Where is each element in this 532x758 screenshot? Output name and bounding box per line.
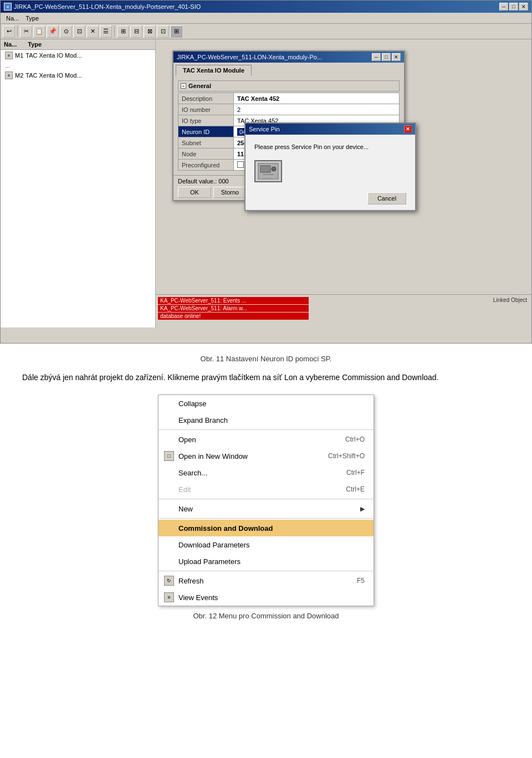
close-button[interactable]: ✕ (519, 3, 528, 11)
prop-label-preconfigured: Preconfigured (178, 160, 234, 171)
status-item-events: KA_PC-WebServer_511: Events ... (158, 297, 309, 304)
cm-open-new-window-label: Open in New Window (178, 452, 248, 460)
status-right: Linked Object (311, 295, 531, 327)
cm-open[interactable]: Open Ctrl+O (158, 431, 374, 448)
default-value-text: Default value.: 000 (178, 178, 229, 185)
storno-button[interactable]: Storno (213, 187, 247, 198)
tree-item-m1[interactable]: ≡ M1 TAC Xenta IO Mod... (1, 50, 155, 61)
cm-upload-parameters-label: Upload Parameters (178, 557, 241, 566)
inner-min-button[interactable]: ─ (372, 53, 381, 61)
service-pin-cancel-button[interactable]: Cancel (367, 192, 406, 204)
service-pin-image-area (245, 155, 415, 188)
prop-label-node: Node (178, 148, 234, 160)
inner-tab-bar: TAC Xenta IO Module (173, 63, 404, 76)
service-pin-title-bar: Service Pin ✕ (245, 124, 415, 135)
toolbar-btn-11[interactable]: ⊞ (170, 25, 182, 38)
cm-open-new-window[interactable]: □ Open in New Window Ctrl+Shift+O (158, 448, 374, 464)
collapse-button[interactable]: − (181, 83, 186, 89)
inner-max-button[interactable]: □ (382, 53, 391, 61)
device-svg (257, 162, 279, 180)
main-window: 4 JIRKA_PC-WebServer_511-LON-Xenta_modul… (0, 0, 532, 344)
open-new-window-icon: □ (164, 451, 174, 461)
inner-dialog-controls: ─ □ ✕ (372, 53, 401, 61)
inner-close-button[interactable]: ✕ (392, 53, 401, 61)
inner-dialog-title-text: JIRKA_PC-WebServer_511-LON-Xenta_moduly-… (177, 54, 322, 60)
cm-view-events[interactable]: ≡ View Events (158, 589, 374, 606)
cm-download-parameters[interactable]: Download Parameters (158, 536, 374, 553)
tree-dots: ... (1, 61, 155, 70)
service-pin-message: Please press Service Pin on your device.… (254, 144, 369, 150)
preconfigured-checkbox[interactable] (237, 161, 244, 168)
cm-commission-download[interactable]: Commission and Download (158, 520, 374, 536)
cm-refresh[interactable]: ↻ Refresh F5 (158, 572, 374, 589)
col-na: Na... (4, 41, 17, 48)
toolbar-btn-5[interactable]: ⊡ (73, 25, 85, 38)
maximize-button[interactable]: □ (509, 3, 518, 11)
prop-label-neuronid: Neuron ID (178, 126, 234, 137)
minimize-button[interactable]: ─ (499, 3, 508, 11)
toolbar-btn-7[interactable]: ⊞ (117, 25, 129, 38)
menu-item-type[interactable]: Type (22, 14, 42, 23)
cm-collapse-label: Collapse (178, 400, 207, 408)
prop-label-iotype: IO type (178, 115, 234, 126)
caption-1: Obr. 11 Nastavení Neuron ID pomocí SP. (22, 355, 510, 363)
service-pin-dialog: Service Pin ✕ Please press Service Pin o… (244, 122, 416, 211)
toolbar-btn-10[interactable]: ⊡ (157, 25, 169, 38)
prop-label-ionumber: IO number (178, 104, 234, 115)
inner-dialog-title: JIRKA_PC-WebServer_511-LON-Xenta_moduly-… (173, 52, 404, 63)
cm-expand-branch[interactable]: Expand Branch (158, 412, 374, 428)
toolbar-btn-6[interactable]: ☰ (100, 25, 112, 38)
section-general-label: General (188, 83, 211, 89)
prop-label-description: Description (178, 93, 234, 104)
toolbar-btn-1[interactable]: ↩ (3, 25, 15, 38)
cm-upload-parameters[interactable]: Upload Parameters (158, 553, 374, 570)
cm-refresh-label: Refresh (178, 577, 204, 585)
prop-io-number: IO number 2 (178, 104, 400, 115)
cm-open-shortcut: Ctrl+O (345, 436, 365, 443)
cm-edit-shortcut: Ctrl+E (346, 485, 365, 493)
cm-edit: Edit Ctrl+E (158, 481, 374, 498)
tab-label: TAC Xenta IO Module (183, 67, 244, 74)
window-title: JIRKA_PC-WebServer_511-LON-Xenta_moduly-… (14, 3, 201, 10)
toolbar-btn-4[interactable]: ⊙ (60, 25, 72, 38)
toolbar-btn-cut[interactable]: ✂ (20, 25, 32, 38)
col-type: Type (28, 41, 42, 48)
cm-refresh-shortcut: F5 (357, 577, 365, 585)
toolbar-btn-paste[interactable]: 📌 (47, 25, 59, 38)
cm-collapse[interactable]: Collapse (158, 395, 374, 412)
ok-button[interactable]: OK (178, 187, 211, 198)
cm-search[interactable]: Search... Ctrl+F (158, 464, 374, 481)
tree-icon-m2: ≡ (5, 71, 13, 79)
title-bar: 4 JIRKA_PC-WebServer_511-LON-Xenta_modul… (1, 1, 531, 13)
separator-2 (114, 26, 115, 37)
linked-object-label: Linked Object (313, 297, 529, 303)
tree-icon-m1: ≡ (5, 52, 13, 59)
tree-item-m2[interactable]: ≡ M2 TAC Xenta IO Mod... (1, 70, 155, 81)
cm-new-arrow: ▶ (360, 505, 365, 513)
service-pin-title-text: Service Pin (249, 126, 280, 132)
toolbar-btn-delete[interactable]: ✕ (86, 25, 99, 38)
cm-new[interactable]: New ▶ (158, 500, 374, 517)
body-text: Dále zbývá jen nahrát projekt do zařízen… (22, 372, 510, 383)
tree-label-m1-id: M1 (15, 52, 23, 59)
menu-item-na[interactable]: Na... (3, 14, 22, 23)
svg-rect-1 (260, 166, 270, 172)
refresh-icon: ↻ (164, 576, 174, 586)
cm-sep-1 (158, 429, 374, 430)
cm-view-events-label: View Events (178, 593, 218, 602)
status-item-database: database online! (158, 313, 309, 320)
prop-description: Description TAC Xenta 452 (178, 93, 400, 104)
cm-commission-download-label: Commission and Download (178, 524, 273, 532)
toolbar-btn-8[interactable]: ⊟ (130, 25, 142, 38)
cm-refresh-icon-cell: ↻ (163, 575, 175, 587)
context-menu-container: Collapse Expand Branch Open Ctrl+O □ Ope… (22, 395, 510, 606)
toolbar-btn-copy[interactable]: 📋 (33, 25, 45, 38)
cm-sep-4 (158, 571, 374, 571)
caption-2: Obr. 12 Menu pro Commission and Download (22, 612, 510, 620)
section-general-header: − General (178, 80, 400, 91)
tab-tac-xenta[interactable]: TAC Xenta IO Module (176, 65, 252, 76)
tree-label-m2-id: M2 (15, 72, 23, 79)
service-pin-close-button[interactable]: ✕ (404, 125, 412, 133)
text-section: Obr. 11 Nastavení Neuron ID pomocí SP. D… (0, 344, 532, 631)
toolbar-btn-9[interactable]: ⊠ (144, 25, 156, 38)
